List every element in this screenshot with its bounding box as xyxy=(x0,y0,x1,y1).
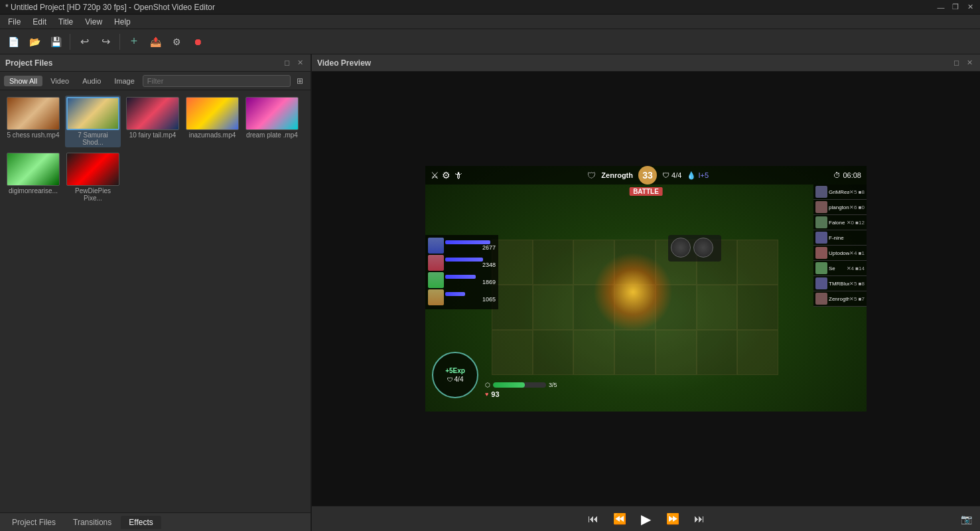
fast-forward-button[interactable]: ⏩ xyxy=(664,510,682,528)
right-panel: Video Preview ◻ ✕ ⚔ ⚙ 🗡 🛡 xyxy=(312,54,980,531)
skip-to-end-button[interactable]: ⏭ xyxy=(690,510,709,528)
player-stats: 2677 2348 1869 xyxy=(425,235,498,309)
score-avatar-2 xyxy=(815,201,827,213)
pf-icon-2[interactable]: ✕ xyxy=(295,58,305,68)
stat-row-1: 2677 xyxy=(428,238,496,254)
left-panel: Project Files ◻ ✕ Show All Video Audio I… xyxy=(0,54,312,531)
stat-avatar-2 xyxy=(428,255,444,271)
score-item-3: Falone ✕0 ■12 xyxy=(813,215,867,230)
game-topbar-center: 🛡 Zenrogth 33 🛡 4/4 💧 I+5 xyxy=(587,166,709,185)
file-item-pewdie[interactable]: PewDiePies Pixe... xyxy=(65,151,121,203)
score-kills-7: ✕5 ■8 xyxy=(849,281,865,287)
file-item-inazuma[interactable]: inazumads.mp4 xyxy=(184,96,240,147)
new-project-button[interactable]: 📄 xyxy=(4,33,23,51)
game-topbar: ⚔ ⚙ 🗡 🛡 Zenrogth 33 🛡 4/4 💧 I+5 ⏱ 06:08 xyxy=(425,166,867,185)
title-bar-controls: — ❐ ✕ xyxy=(936,3,975,12)
thumb-pewdie-label: PewDiePies Pixe... xyxy=(66,187,119,202)
redo-button[interactable]: ↪ xyxy=(96,33,115,51)
menu-bar: File Edit Title View Help xyxy=(0,15,980,29)
mana-display: 💧 I+5 xyxy=(687,171,709,180)
file-item-digimon[interactable]: digimonrearise... xyxy=(5,151,61,203)
score-name-7: TMRBlue xyxy=(829,281,849,287)
thumb-samurai-image xyxy=(66,97,119,130)
filter-tab-showall[interactable]: Show All xyxy=(4,76,42,86)
score-name-8: Zenrogth xyxy=(829,296,849,302)
preview-icon-2[interactable]: ✕ xyxy=(964,58,975,68)
save-project-button[interactable]: 💾 xyxy=(46,33,65,51)
game-preview: ⚔ ⚙ 🗡 🛡 Zenrogth 33 🛡 4/4 💧 I+5 ⏱ 06:08 xyxy=(425,166,867,412)
filter-expand-button[interactable]: ⊞ xyxy=(293,74,307,88)
filter-tab-image[interactable]: Image xyxy=(109,76,140,86)
exp-circle: +5Exp 🛡 4/4 xyxy=(432,352,478,398)
project-files-title: Project Files xyxy=(5,58,52,68)
score-kills-1: ✕5 ■8 xyxy=(849,189,865,195)
open-project-button[interactable]: 📂 xyxy=(25,33,44,51)
rewind-button[interactable]: ⏪ xyxy=(610,510,629,528)
filter-bar: Show All Video Audio Image ⊞ xyxy=(0,72,311,90)
main-toolbar: 📄 📂 💾 ↩ ↪ + 📤 ⚙ ⏺ xyxy=(0,29,980,54)
stat-row-2: 2348 xyxy=(428,255,496,271)
stat-val-3: 1869 xyxy=(445,279,496,285)
tab-effects[interactable]: Effects xyxy=(121,516,161,529)
file-item-samurai[interactable]: 7 Samurai Shod... xyxy=(65,96,121,147)
thumb-fairy-image xyxy=(126,97,179,130)
file-item-chess[interactable]: 5 chess rush.mp4 xyxy=(5,96,61,147)
score-avatar-5 xyxy=(815,247,827,259)
preview-icon-1[interactable]: ◻ xyxy=(951,58,961,68)
menu-help[interactable]: Help xyxy=(109,16,136,28)
preview-title: Video Preview xyxy=(317,58,371,68)
stat-avatar-4 xyxy=(428,289,444,305)
score-item-1: GriMReap... ✕5 ■8 xyxy=(813,185,867,200)
project-files-section: Project Files ◻ ✕ Show All Video Audio I… xyxy=(0,54,311,512)
menu-file[interactable]: File xyxy=(3,16,26,28)
score-kills-2: ✕6 ■0 xyxy=(849,204,865,210)
score-kills-3: ✕0 ■12 xyxy=(847,220,865,226)
title-bar-text: * Untitled Project [HD 720p 30 fps] - Op… xyxy=(5,3,215,12)
score-name-5: Uptodow... xyxy=(829,250,849,256)
undo-button[interactable]: ↩ xyxy=(75,33,94,51)
import-button[interactable]: 📤 xyxy=(146,33,165,51)
preferences-button[interactable]: ⚙ xyxy=(167,33,186,51)
hp-bar-row: ♥ 93 xyxy=(485,390,557,398)
thumb-fairy-label: 10 fairy tail.mp4 xyxy=(129,131,176,139)
tab-project-files[interactable]: Project Files xyxy=(4,516,64,529)
tab-transitions[interactable]: Transitions xyxy=(65,516,119,529)
close-button[interactable]: ✕ xyxy=(965,3,975,12)
score-kills-8: ✕5 ■7 xyxy=(849,296,865,302)
thumb-dream-label: dream plate .mp4 xyxy=(246,131,298,139)
player-name: Zenrogth xyxy=(601,171,633,179)
game-topbar-right: ⏱ 06:08 xyxy=(833,171,861,179)
thumb-samurai-label: 7 Samurai Shod... xyxy=(66,131,119,146)
filter-tab-audio[interactable]: Audio xyxy=(77,76,106,86)
filter-input[interactable] xyxy=(143,75,291,87)
video-controls: ⏮ ⏪ ▶ ⏩ ⏭ 📷 xyxy=(312,506,980,531)
menu-title[interactable]: Title xyxy=(53,16,78,28)
maximize-button[interactable]: ❐ xyxy=(951,3,960,12)
file-item-fairy[interactable]: 10 fairy tail.mp4 xyxy=(125,96,180,147)
score-item-5: Uptodow... ✕4 ■1 xyxy=(813,246,867,261)
play-button[interactable]: ▶ xyxy=(637,510,656,528)
score-name-1: GriMReap... xyxy=(829,189,849,195)
title-bar: * Untitled Project [HD 720p 30 fps] - Op… xyxy=(0,0,980,15)
menu-view[interactable]: View xyxy=(80,16,107,28)
stat-val-4: 1065 xyxy=(445,296,496,303)
screenshot-button[interactable]: 📷 xyxy=(961,514,972,524)
skip-to-start-button[interactable]: ⏮ xyxy=(584,510,602,528)
menu-edit[interactable]: Edit xyxy=(27,16,52,28)
pf-icon-1[interactable]: ◻ xyxy=(281,58,292,68)
record-button[interactable]: ⏺ xyxy=(188,33,207,51)
project-files-header: Project Files ◻ ✕ xyxy=(0,54,311,72)
score-avatar-8 xyxy=(815,293,827,305)
game-bottom-bars: ⬡ 3/5 ♥ 93 xyxy=(485,382,557,398)
filter-tab-video[interactable]: Video xyxy=(45,76,74,86)
add-clip-button[interactable]: + xyxy=(125,33,143,51)
stat-bar-2: 2348 xyxy=(445,258,496,268)
score-item-6: Se ✕4 ■14 xyxy=(813,261,867,276)
stat-row-3: 1869 xyxy=(428,272,496,288)
preview-header: Video Preview ◻ ✕ xyxy=(312,54,980,72)
enemy-units xyxy=(668,235,721,262)
file-item-dream[interactable]: dream plate .mp4 xyxy=(244,96,300,147)
preview-header-icons: ◻ ✕ xyxy=(951,58,975,68)
score-avatar-6 xyxy=(815,262,827,274)
minimize-button[interactable]: — xyxy=(936,3,945,12)
